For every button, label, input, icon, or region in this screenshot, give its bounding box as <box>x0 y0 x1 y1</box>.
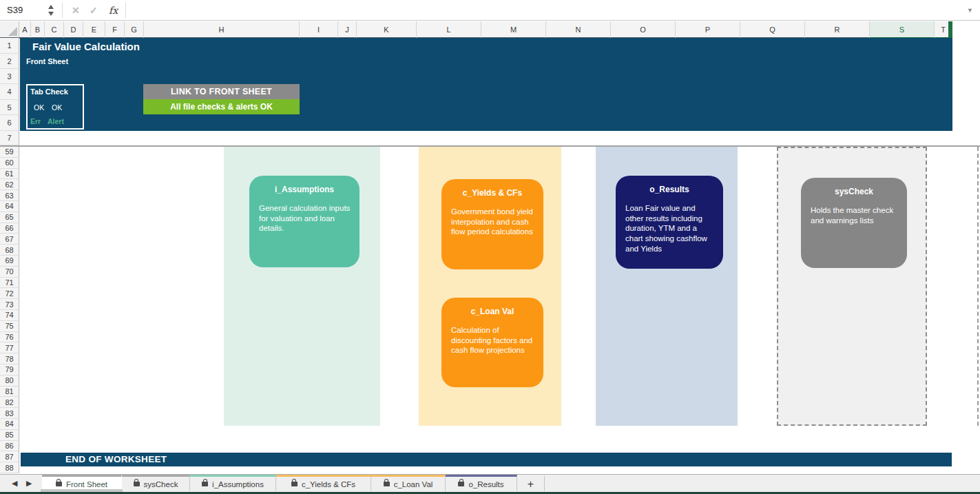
link-to-front-sheet-button[interactable]: LINK TO FRONT SHEET <box>143 84 300 99</box>
add-sheet-button[interactable]: + <box>517 475 545 491</box>
row-header-75[interactable]: 75 <box>0 321 19 332</box>
column-header-N[interactable]: N <box>546 21 611 39</box>
name-box-spinner[interactable] <box>47 4 55 17</box>
row-header-3[interactable]: 3 <box>0 69 19 84</box>
sheet-tab-label: Front Sheet <box>66 480 107 488</box>
lock-icon <box>458 482 464 486</box>
page-title: Fair Value Calculation <box>32 41 140 52</box>
cancel-icon[interactable]: ✕ <box>72 0 80 21</box>
sheet-tab-c-yields-cfs[interactable]: c_Yields & CFs <box>276 475 371 491</box>
row-header-87[interactable]: 87 <box>0 451 19 462</box>
sheet-tabs: Front SheetsysChecki_Assumptionsc_Yields… <box>42 475 545 491</box>
row-header-2[interactable]: 2 <box>0 54 19 69</box>
page-break-line <box>977 147 979 426</box>
lock-icon <box>56 482 62 486</box>
name-box[interactable]: S39 <box>0 0 44 21</box>
lock-icon <box>291 482 298 486</box>
row-header-70[interactable]: 70 <box>0 267 19 278</box>
page-subtitle: Front Sheet <box>26 57 68 65</box>
column-header-M[interactable]: M <box>481 21 546 39</box>
tab-check-ok-alert: OK <box>52 103 62 112</box>
row-header-82[interactable]: 82 <box>0 397 19 408</box>
row-header-72[interactable]: 72 <box>0 288 19 299</box>
row-header-59[interactable]: 59 <box>0 147 19 158</box>
sheet-tab-o-results[interactable]: o_Results <box>446 475 517 491</box>
row-header-86[interactable]: 86 <box>0 441 19 452</box>
sheet-tab-i-assumptions[interactable]: i_Assumptions <box>190 475 276 491</box>
column-header-A[interactable]: A <box>19 21 31 39</box>
formula-bar-dropdown-icon[interactable]: ▼ <box>967 0 973 21</box>
sheet-tab-c-loan-val[interactable]: c_Loan Val <box>371 475 446 491</box>
row-header-83[interactable]: 83 <box>0 408 19 419</box>
row-header-66[interactable]: 66 <box>0 223 19 234</box>
row-header-69[interactable]: 69 <box>0 256 19 267</box>
row-header-61[interactable]: 61 <box>0 169 19 180</box>
row-header-80[interactable]: 80 <box>0 375 19 387</box>
row-header-7[interactable]: 7 <box>0 131 19 145</box>
card-c-loan-val-title: c_Loan Val <box>441 307 543 316</box>
column-header-S[interactable]: S <box>870 21 935 39</box>
card-c-yields-cfs-title: c_Yields & CFs <box>441 188 543 198</box>
column-header-C[interactable]: C <box>45 21 64 39</box>
enter-icon[interactable]: ✓ <box>90 0 98 21</box>
column-header-J[interactable]: J <box>338 21 357 39</box>
row-header-71[interactable]: 71 <box>0 278 19 289</box>
spreadsheet-app: S39 ✕ ✓ fx ▼ ABCDEFGHIJKLMNOPQRST 123456… <box>0 0 980 494</box>
column-header-O[interactable]: O <box>611 21 676 39</box>
row-header-85[interactable]: 85 <box>0 430 19 441</box>
row-header-67[interactable]: 67 <box>0 234 19 245</box>
card-c-loan-val[interactable]: c_Loan ValCalculation of discounting fac… <box>441 298 543 387</box>
sheet-tab-front-sheet[interactable]: Front Sheet <box>42 475 122 491</box>
row-header-4[interactable]: 4 <box>0 84 19 100</box>
spinner-up-icon[interactable] <box>48 5 54 9</box>
card-i-assumptions[interactable]: i_AssumptionsGeneral calculation inputs … <box>249 176 359 267</box>
column-header-K[interactable]: K <box>357 21 417 39</box>
column-header-G[interactable]: G <box>125 21 144 39</box>
column-header-I[interactable]: I <box>300 21 338 39</box>
alert-label: Alert <box>48 117 64 125</box>
row-header-63[interactable]: 63 <box>0 190 19 201</box>
column-header-E[interactable]: E <box>83 21 105 39</box>
row-header-84[interactable]: 84 <box>0 419 19 430</box>
row-header-64[interactable]: 64 <box>0 201 19 212</box>
row-header-88[interactable]: 88 <box>0 462 19 473</box>
row-header-81[interactable]: 81 <box>0 387 19 398</box>
select-all-corner[interactable] <box>0 21 19 39</box>
row-header-68[interactable]: 68 <box>0 245 19 256</box>
row-header-65[interactable]: 65 <box>0 212 19 223</box>
row-header-62[interactable]: 62 <box>0 179 19 190</box>
row-header-74[interactable]: 74 <box>0 310 19 321</box>
row-headers-top: 1234567 <box>0 38 19 145</box>
row-header-1[interactable]: 1 <box>0 38 19 54</box>
row-header-60[interactable]: 60 <box>0 158 19 169</box>
next-sheet-arrow-icon[interactable]: ▶ <box>26 475 32 491</box>
spinner-down-icon[interactable] <box>48 12 54 16</box>
column-header-H[interactable]: H <box>144 21 300 39</box>
card-c-yields-cfs[interactable]: c_Yields & CFsGovernment bond yield inte… <box>441 179 543 269</box>
card-o-results[interactable]: o_ResultsLoan Fair value and other resul… <box>616 176 723 269</box>
row-header-76[interactable]: 76 <box>0 332 19 343</box>
file-checks-status-button[interactable]: All file checks & alerts OK <box>143 99 300 114</box>
column-header-P[interactable]: P <box>676 21 740 39</box>
column-header-R[interactable]: R <box>805 21 870 39</box>
column-header-B[interactable]: B <box>31 21 45 39</box>
card-o-results-description: Loan Fair value and other results includ… <box>625 203 716 254</box>
lock-icon <box>134 482 140 486</box>
formula-input[interactable] <box>131 0 959 21</box>
row-header-6[interactable]: 6 <box>0 115 19 131</box>
column-header-L[interactable]: L <box>417 21 481 39</box>
row-header-78[interactable]: 78 <box>0 353 19 364</box>
column-header-D[interactable]: D <box>64 21 83 39</box>
column-header-F[interactable]: F <box>105 21 125 39</box>
row-header-77[interactable]: 77 <box>0 342 19 353</box>
row-header-5[interactable]: 5 <box>0 100 19 115</box>
fx-icon[interactable]: fx <box>109 0 118 21</box>
card-syscheck[interactable]: sysCheckHolds the master check and warni… <box>801 178 907 268</box>
prev-sheet-arrow-icon[interactable]: ◀ <box>12 475 17 491</box>
row-header-73[interactable]: 73 <box>0 299 19 310</box>
sheet-tab-label: c_Yields & CFs <box>302 480 355 488</box>
title-banner: Fair Value Calculation Front Sheet Tab C… <box>20 38 952 131</box>
sheet-tab-syscheck[interactable]: sysCheck <box>122 475 190 491</box>
row-header-79[interactable]: 79 <box>0 364 19 375</box>
column-header-Q[interactable]: Q <box>740 21 805 39</box>
